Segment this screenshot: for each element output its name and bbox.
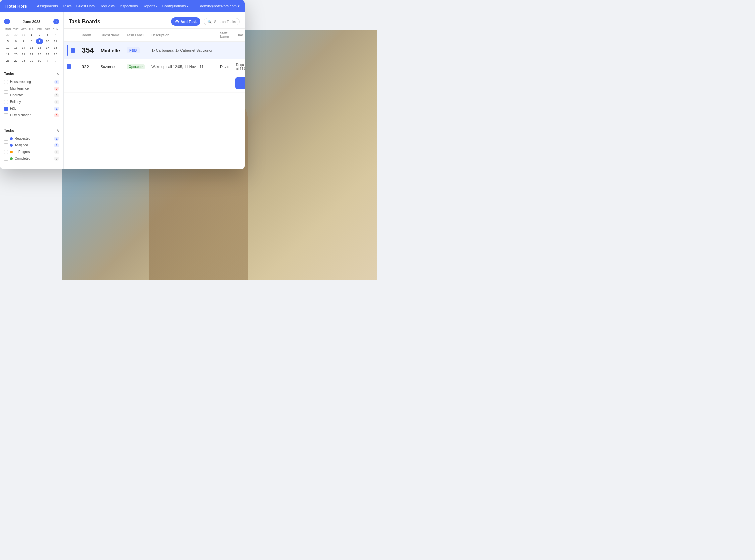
cal-day[interactable]: 28 <box>20 58 27 64</box>
td-checkbox <box>63 42 78 59</box>
cal-day[interactable]: 18 <box>52 45 59 51</box>
header-actions: ⊕ Add Task 🔍 Search Tasks <box>171 17 240 26</box>
td-staff-1: - <box>217 42 232 59</box>
th-description: Description <box>148 29 217 42</box>
cal-day[interactable]: 2 <box>52 58 59 64</box>
filter-completed[interactable]: Completed 0 <box>4 155 59 162</box>
nav-tasks[interactable]: Tasks <box>63 4 72 8</box>
nav-guest-data[interactable]: Guest Data <box>77 4 95 8</box>
task-header: Task Boards ⊕ Add Task 🔍 Search Tasks <box>63 12 245 29</box>
cal-day[interactable]: 24 <box>44 51 51 58</box>
calendar-month: June 2023 <box>23 20 40 23</box>
cal-day[interactable]: 23 <box>36 51 43 58</box>
filter-toggle-1[interactable]: ∧ <box>56 72 59 76</box>
cal-day[interactable]: 2 <box>36 32 43 38</box>
checkbox-completed[interactable] <box>4 157 8 161</box>
filter-fnb[interactable]: F&B 1 <box>4 105 59 112</box>
staff-name-2: David <box>220 64 229 68</box>
td-description-2: Wake up call 12:05, 11 Nov – 11... <box>148 59 217 74</box>
tasks-filter-section-2: Tasks ∧ Requested 1 Assigned 1 <box>0 125 63 165</box>
assign-button[interactable]: Assign <box>235 77 245 89</box>
th-guest: Guest Name <box>97 29 123 42</box>
filter-in-progress[interactable]: In Progress 0 <box>4 148 59 155</box>
filter-bellboy[interactable]: Bellboy 0 <box>4 99 59 105</box>
cal-day[interactable]: 26 <box>4 58 12 64</box>
cal-day[interactable]: 21 <box>20 51 27 58</box>
cal-header-mon: MON <box>4 27 12 32</box>
cal-day[interactable]: 14 <box>20 45 27 51</box>
checkbox-fnb[interactable] <box>4 106 8 111</box>
add-task-button[interactable]: ⊕ Add Task <box>171 17 201 26</box>
cal-header-sun: SUN <box>52 27 59 32</box>
cal-day[interactable]: 6 <box>12 38 20 45</box>
nav-reports[interactable]: Reports <box>143 4 158 8</box>
cal-day[interactable]: 10 <box>44 38 51 45</box>
dot-completed <box>10 157 13 160</box>
th-time: Time <box>232 29 245 42</box>
calendar-next[interactable]: › <box>53 19 59 24</box>
cal-day[interactable]: 19 <box>4 51 12 58</box>
label-fnb: F&B <box>10 106 52 110</box>
checkbox-maintenance[interactable] <box>4 87 8 91</box>
cal-day[interactable]: 27 <box>12 58 20 64</box>
cal-day[interactable]: 8 <box>28 38 35 45</box>
checkbox-bellboy[interactable] <box>4 100 8 104</box>
row-indicator-cell <box>67 45 75 56</box>
cal-day[interactable]: 16 <box>36 45 43 51</box>
table-row[interactable]: 322 Suzanne Operator Wake up call 12:05,… <box>63 59 245 74</box>
filter-maintenance[interactable]: Maintenance 0 <box>4 85 59 92</box>
nav-requests[interactable]: Requests <box>99 4 115 8</box>
cal-day-today[interactable]: 9 <box>36 38 43 45</box>
count-in-progress: 0 <box>54 150 59 154</box>
nav-configurations[interactable]: Configurations <box>162 4 188 8</box>
filter-toggle-2[interactable]: ∧ <box>56 128 59 133</box>
checkbox-in-progress[interactable] <box>4 150 8 154</box>
cal-day[interactable]: 29 <box>28 58 35 64</box>
checkbox-requested[interactable] <box>4 137 8 141</box>
cal-day[interactable]: 31 <box>20 32 27 38</box>
nav-user[interactable]: admin@hotelkors.com ▾ <box>200 4 240 8</box>
td-time-2: Requested at 11.04 <box>232 59 245 74</box>
checkbox-duty-manager[interactable] <box>4 113 8 117</box>
search-box[interactable]: 🔍 Search Tasks <box>204 18 240 25</box>
filter-housekeeping[interactable]: Housekeeping 1 <box>4 79 59 85</box>
filter-duty-manager[interactable]: Duty Manager 0 <box>4 112 59 119</box>
table-row[interactable]: 354 Michelle F&B 1x Carbonara, 1x Cabern… <box>63 42 245 59</box>
filter-title-2: Tasks <box>4 128 14 133</box>
filter-operator[interactable]: Operator 0 <box>4 92 59 99</box>
row-checkbox-1[interactable] <box>71 48 75 53</box>
nav-links: Assignments Tasks Guest Data Requests In… <box>37 4 194 8</box>
task-label-badge-2: Operator <box>127 64 145 69</box>
checkbox-housekeeping[interactable] <box>4 80 8 84</box>
filter-requested[interactable]: Requested 1 <box>4 135 59 142</box>
cal-day[interactable]: 5 <box>4 38 12 45</box>
calendar-prev[interactable]: ‹ <box>4 19 10 24</box>
cal-day[interactable]: 12 <box>4 45 12 51</box>
cal-day[interactable]: 29 <box>4 32 12 38</box>
cal-day[interactable]: 1 <box>44 58 51 64</box>
cal-day[interactable]: 7 <box>20 38 27 45</box>
cal-day[interactable]: 17 <box>44 45 51 51</box>
cal-day[interactable]: 15 <box>28 45 35 51</box>
calendar-grid: MON TUE WED THU FRI SAT SUN 29 30 31 1 2… <box>4 27 59 64</box>
row-checkbox-2[interactable] <box>67 64 71 68</box>
cal-day[interactable]: 3 <box>44 32 51 38</box>
checkbox-assigned[interactable] <box>4 143 8 147</box>
checkbox-operator[interactable] <box>4 93 8 97</box>
cal-day[interactable]: 20 <box>12 51 20 58</box>
cal-day[interactable]: 22 <box>28 51 35 58</box>
nav-inspections[interactable]: Inspections <box>119 4 138 8</box>
count-housekeeping: 1 <box>54 80 59 84</box>
cal-day[interactable]: 1 <box>28 32 35 38</box>
cal-day[interactable]: 25 <box>52 51 59 58</box>
filter-assigned[interactable]: Assigned 1 <box>4 142 59 148</box>
cal-day[interactable]: 11 <box>52 38 59 45</box>
calendar-section: ‹ June 2023 › MON TUE WED THU FRI SAT SU… <box>0 16 63 68</box>
cal-day[interactable]: 30 <box>36 58 43 64</box>
cal-day[interactable]: 13 <box>12 45 20 51</box>
cal-header-fri: FRI <box>36 27 43 32</box>
nav-assignments[interactable]: Assignments <box>37 4 58 8</box>
th-staff: Staff Name <box>217 29 232 42</box>
cal-day[interactable]: 4 <box>52 32 59 38</box>
cal-day[interactable]: 30 <box>12 32 20 38</box>
